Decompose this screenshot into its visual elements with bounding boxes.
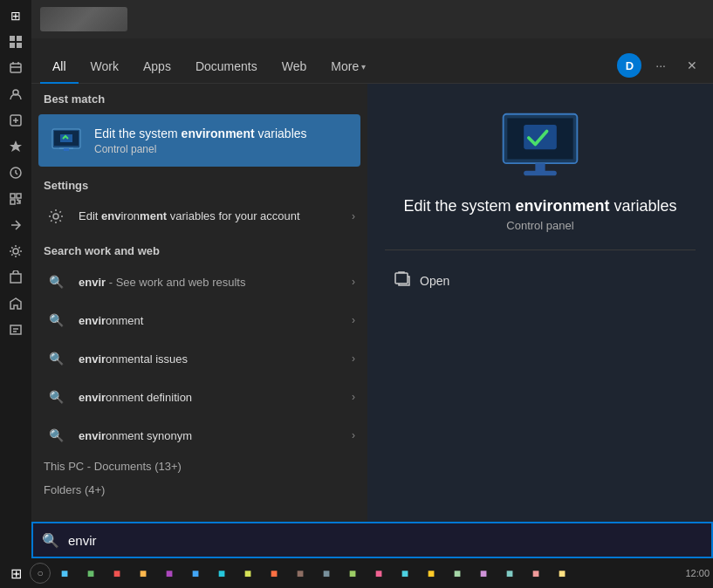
folders-collapse[interactable]: Folders (4+) — [31, 478, 367, 502]
search-item-4[interactable]: 🔍 environment definition › — [31, 378, 367, 416]
taskbar-icon-12[interactable] — [3, 318, 28, 342]
taskbar-icon-8[interactable] — [3, 213, 28, 237]
system-tray: 12:00 — [685, 568, 710, 578]
tab-all[interactable]: All — [40, 51, 79, 84]
svg-rect-4 — [10, 64, 21, 72]
taskbar-app-2[interactable]: ■ — [79, 561, 103, 585]
open-icon — [394, 270, 411, 291]
right-icon-area — [497, 110, 584, 180]
taskbar-app-17[interactable]: ■ — [471, 561, 496, 585]
tabs-row: All Work Apps Documents Web More ▾ D ···… — [31, 38, 713, 84]
open-action[interactable]: Open — [385, 264, 458, 297]
chevron-right-icon-2: › — [352, 314, 355, 326]
this-pc-docs-collapse[interactable]: This PC - Documents (13+) — [31, 455, 367, 478]
best-match-title: Edit the system environment variables — [94, 126, 350, 141]
left-panel: Best match Edit the system environment v… — [31, 84, 367, 558]
search-bar-search-icon: 🔍 — [42, 532, 59, 549]
start-button[interactable]: ⊞ — [3, 561, 28, 585]
svg-rect-2 — [10, 43, 15, 48]
svg-point-21 — [53, 214, 58, 219]
search-item-1[interactable]: 🔍 envir - See work and web results › — [31, 263, 367, 301]
search-item-1-left: 🔍 envir - See work and web results — [44, 270, 343, 294]
computer-icon — [497, 110, 584, 180]
best-match-item[interactable]: Edit the system environment variables Co… — [38, 114, 360, 167]
taskbar-app-15[interactable]: ■ — [419, 561, 443, 585]
taskbar-app-9[interactable]: ■ — [262, 561, 286, 585]
svg-point-13 — [13, 249, 18, 254]
taskbar-app-3[interactable]: ■ — [105, 561, 129, 585]
more-options-button[interactable]: ··· — [648, 55, 673, 76]
taskbar-windows-icon[interactable]: ⊞ — [3, 3, 28, 28]
taskbar-icon-3[interactable] — [3, 82, 28, 106]
left-taskbar: ⊞ — [0, 0, 31, 558]
search-icon-5: 🔍 — [44, 423, 68, 448]
taskbar-icon-4[interactable] — [3, 108, 28, 133]
taskbar-app-11[interactable]: ■ — [314, 561, 339, 585]
search-item-3[interactable]: 🔍 environmental issues › — [31, 339, 367, 378]
taskbar-app-7[interactable]: ■ — [209, 561, 234, 585]
taskbar-search-button[interactable]: ○ — [30, 563, 51, 584]
svg-rect-14 — [10, 274, 21, 283]
top-bar-image — [40, 7, 127, 31]
svg-rect-18 — [60, 134, 72, 142]
taskbar-app-4[interactable]: ■ — [131, 561, 155, 585]
taskbar-icon-5[interactable] — [3, 134, 28, 159]
search-item-4-left: 🔍 environment definition — [44, 385, 343, 409]
svg-rect-25 — [535, 163, 545, 171]
search-item-5-text: environment synonym — [79, 429, 192, 442]
settings-item-text: Edit environment variables for your acco… — [79, 209, 300, 224]
svg-rect-3 — [17, 43, 22, 48]
taskbar-icon-1[interactable] — [3, 30, 28, 54]
control-panel-icon — [49, 123, 84, 158]
tab-more[interactable]: More ▾ — [319, 51, 378, 84]
tab-more-label: More — [331, 59, 359, 73]
settings-item-env-vars[interactable]: Edit environment variables for your acco… — [31, 197, 367, 236]
tab-actions: D ··· ✕ — [617, 53, 704, 83]
taskbar-icon-6[interactable] — [3, 161, 28, 185]
tab-apps[interactable]: Apps — [131, 51, 183, 84]
search-item-5[interactable]: 🔍 environment synonym › — [31, 416, 367, 455]
taskbar-app-18[interactable]: ■ — [497, 561, 522, 585]
taskbar-app-16[interactable]: ■ — [445, 561, 470, 585]
tab-web[interactable]: Web — [270, 51, 319, 84]
taskbar-app-1[interactable]: ■ — [52, 561, 77, 585]
best-match-subtitle: Control panel — [94, 143, 350, 155]
chevron-right-icon-1: › — [352, 276, 355, 288]
taskbar-app-13[interactable]: ■ — [367, 561, 391, 585]
search-item-1-text: envir - See work and web results — [79, 276, 245, 289]
search-item-3-text: environmental issues — [79, 352, 188, 366]
search-item-5-left: 🔍 environment synonym — [44, 423, 343, 448]
taskbar-app-10[interactable]: ■ — [288, 561, 312, 585]
search-work-web-label: Search work and web — [31, 236, 367, 263]
chevron-right-icon: › — [352, 210, 355, 222]
taskbar-app-12[interactable]: ■ — [340, 561, 365, 585]
taskbar-icon-7[interactable] — [3, 187, 28, 211]
chevron-right-icon-5: › — [352, 429, 355, 441]
svg-rect-1 — [17, 36, 22, 41]
settings-icon — [44, 204, 68, 229]
taskbar-app-5[interactable]: ■ — [157, 561, 182, 585]
taskbar-icon-9[interactable] — [3, 239, 28, 263]
user-avatar[interactable]: D — [617, 53, 641, 78]
tab-work[interactable]: Work — [79, 51, 131, 84]
taskbar-app-14[interactable]: ■ — [393, 561, 417, 585]
search-item-2-text: environment — [79, 314, 143, 327]
svg-rect-0 — [10, 36, 15, 41]
search-item-2[interactable]: 🔍 environment › — [31, 301, 367, 339]
taskbar-icon-2[interactable] — [3, 56, 28, 80]
taskbar-icon-10[interactable] — [3, 265, 28, 290]
taskbar-app-8[interactable]: ■ — [236, 561, 260, 585]
right-divider — [385, 250, 696, 250]
search-item-4-text: environment definition — [79, 391, 192, 404]
search-item-3-left: 🔍 environmental issues — [44, 346, 343, 371]
taskbar-app-6[interactable]: ■ — [183, 561, 208, 585]
svg-rect-27 — [395, 273, 408, 284]
right-subtitle: Control panel — [506, 219, 573, 232]
taskbar-app-20[interactable]: ■ — [550, 561, 574, 585]
close-button[interactable]: ✕ — [680, 55, 704, 76]
taskbar-app-19[interactable]: ■ — [524, 561, 548, 585]
right-panel: Edit the system environment variables Co… — [367, 84, 713, 558]
search-input[interactable] — [68, 533, 703, 548]
tab-documents[interactable]: Documents — [183, 51, 270, 84]
taskbar-icon-11[interactable] — [3, 291, 28, 316]
